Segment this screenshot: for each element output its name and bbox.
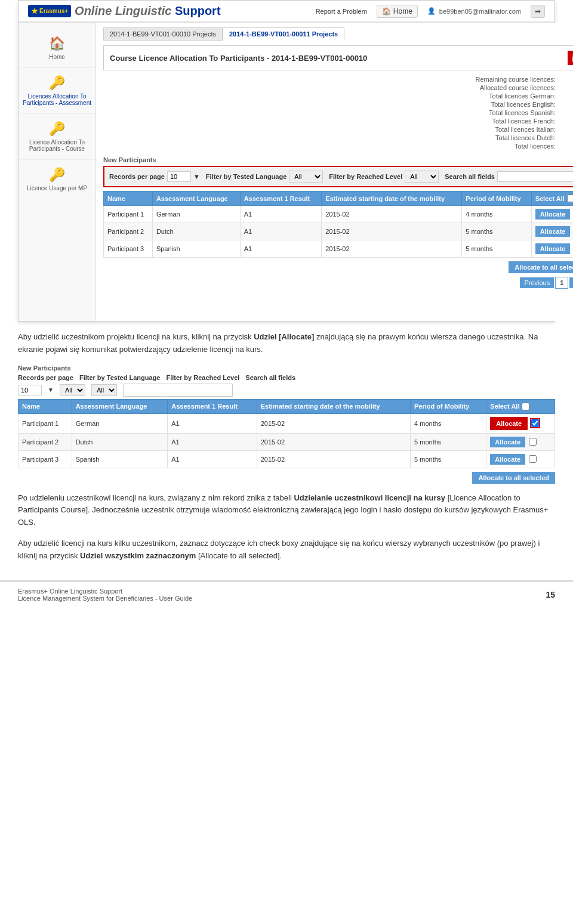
- sidebar-item-home[interactable]: 🏠 Home: [19, 29, 96, 68]
- footer-page-number: 15: [546, 590, 555, 599]
- cell-allocate: Allocate: [531, 206, 573, 223]
- stat-row-1: Allocated course licences: 2: [247, 84, 573, 92]
- bottom-filter-row: Records per page Filter by Tested Langua…: [18, 374, 555, 381]
- allocate-button-2[interactable]: Allocate: [535, 226, 571, 237]
- home-icon: 🏠: [382, 7, 391, 16]
- cell2-period: 5 months: [411, 450, 486, 468]
- bottom-records-dropdown[interactable]: ▼: [48, 387, 54, 393]
- cell2-result: A1: [168, 450, 257, 468]
- col2-period: Period of Mobility: [411, 399, 486, 413]
- allocate-all-button[interactable]: Allocate to all selected: [509, 261, 573, 273]
- stat-row-4: Total licences Spanish: 0: [247, 109, 573, 117]
- search-group: Search all fields: [445, 171, 573, 182]
- stat-row-6: Total licences Italian: 0: [247, 125, 573, 134]
- previous-button[interactable]: Previous: [520, 277, 554, 288]
- cell-result: A1: [240, 206, 322, 223]
- allocate-button-2b[interactable]: Allocate: [490, 437, 525, 447]
- breadcrumb-tab-1[interactable]: 2014-1-BE99-VT001-00010 Projects: [103, 27, 223, 41]
- col2-language: Assessment Language: [72, 399, 168, 413]
- app-header: ★ Erasmus+ Online Linguistic Support Rep…: [19, 1, 554, 23]
- cell2-allocate: Allocate: [486, 450, 555, 468]
- page-title: Course Licence Allocation To Participant…: [110, 54, 367, 63]
- cell2-language: Spanish: [72, 450, 168, 468]
- next-button[interactable]: Next: [569, 277, 573, 288]
- tested-language-label: Filter by Tested Language: [206, 173, 287, 180]
- breadcrumb-tab-2[interactable]: 2014-1-BE99-VT001-00011 Projects: [223, 27, 344, 41]
- cell-name: Participant 3: [104, 240, 153, 258]
- cell2-result: A1: [168, 413, 257, 433]
- table-row: Participant 1 German A1 2015-02 4 months…: [19, 413, 555, 433]
- records-dropdown-icon[interactable]: ▼: [193, 173, 200, 180]
- cell2-allocate: Allocate: [486, 433, 555, 450]
- cell-language: German: [152, 206, 240, 223]
- stat-row-2: Total licences German: 0: [247, 92, 573, 100]
- stat-row-0: Remaining course licences: 19: [247, 75, 573, 84]
- col2-select-all[interactable]: Select All: [486, 399, 555, 413]
- bottom-search-group: Search all fields: [245, 374, 295, 381]
- logout-button[interactable]: ➡: [531, 5, 545, 18]
- row2-checkbox-2[interactable]: [529, 438, 537, 446]
- search-label: Search all fields: [445, 173, 495, 180]
- col-select-all[interactable]: Select All: [531, 191, 573, 206]
- sidebar-item-licences-course[interactable]: 🔑 Licence Allocation To Participants - C…: [19, 114, 96, 160]
- report-problem-link[interactable]: Report a Problem: [316, 8, 367, 15]
- stat-row-7: Total licences Dutch: 0: [247, 134, 573, 142]
- bottom-tested-lang-select[interactable]: All: [60, 384, 85, 396]
- bottom-records-label: Records per page: [18, 374, 73, 381]
- bottom-tested-lang-label: Filter by Tested Language: [79, 374, 161, 381]
- row2-checkbox-1[interactable]: [531, 419, 539, 427]
- cell-date: 2015-02: [322, 223, 462, 240]
- allocate-button-1[interactable]: Allocate: [535, 209, 571, 220]
- sidebar-item-licence-usage[interactable]: 🔑 Licence Usage per MP: [19, 160, 96, 199]
- col-period: Period of Mobility: [462, 191, 531, 206]
- col2-date: Estimated starting date of the mobility: [257, 399, 410, 413]
- allocate-button-3b[interactable]: Allocate: [490, 454, 525, 465]
- cell-period: 5 months: [462, 223, 531, 240]
- key-icon-3: 🔑: [49, 167, 65, 183]
- footer: Erasmus+ Online Linguistic Support Licen…: [0, 582, 573, 608]
- cell-date: 2015-02: [322, 206, 462, 223]
- logout-icon: ➡: [535, 7, 541, 16]
- col2-name: Name: [19, 399, 72, 413]
- reached-level-select[interactable]: All: [405, 171, 439, 183]
- current-page: 1: [555, 277, 568, 289]
- cell-period: 5 months: [462, 240, 531, 258]
- tested-language-select[interactable]: All: [289, 171, 323, 183]
- bottom-reached-level-select[interactable]: All: [91, 384, 117, 396]
- user-icon: 👤: [427, 7, 436, 15]
- app-title: Online Linguistic Support: [75, 4, 220, 18]
- col-name: Name: [104, 191, 153, 206]
- cell-result: A1: [240, 223, 322, 240]
- allocate-all-button-2[interactable]: Allocate to all selected: [472, 472, 555, 484]
- select-all-checkbox[interactable]: [567, 194, 573, 202]
- row2-checkbox-3[interactable]: [529, 455, 537, 463]
- new-participants-label: New Participants: [103, 156, 573, 163]
- cell-allocate: Allocate: [531, 223, 573, 240]
- search-input[interactable]: [497, 171, 573, 182]
- stat-row-5: Total licences French: 1: [247, 117, 573, 125]
- select-all-checkbox-2[interactable]: [522, 403, 529, 410]
- table-row: Participant 1 German A1 2015-02 4 months…: [104, 206, 574, 223]
- footer-text: Erasmus+ Online Linguistic Support Licen…: [18, 588, 192, 602]
- stats-section: Remaining course licences: 19 Allocated …: [247, 75, 573, 150]
- col-language: Assessment Language: [152, 191, 240, 206]
- calendar-button[interactable]: 📅: [568, 51, 573, 65]
- cell-date: 2015-02: [322, 240, 462, 258]
- key-icon: 🔑: [49, 75, 65, 91]
- body-paragraph-2: Po udzieleniu uczestnikowi licencji na k…: [0, 492, 573, 529]
- key-icon-2: 🔑: [49, 121, 65, 137]
- cell-language: Dutch: [152, 223, 240, 240]
- records-per-page-group: Records per page ▼: [109, 171, 200, 182]
- allocate-button-highlighted[interactable]: Allocate: [490, 417, 528, 430]
- stat-row-3: Total licences English: 1: [247, 100, 573, 109]
- records-per-page-input[interactable]: [167, 171, 191, 182]
- sidebar-item-licences-assessment[interactable]: 🔑 Licences Allocation To Participants - …: [19, 68, 96, 114]
- stat-row-8: Total licences: 21: [247, 142, 573, 150]
- bottom-records-input[interactable]: [18, 385, 42, 395]
- cell2-name: Participant 2: [19, 433, 72, 450]
- allocate-button-3[interactable]: Allocate: [535, 243, 571, 254]
- bottom-search-input[interactable]: [123, 384, 233, 397]
- header-nav: Report a Problem 🏠 Home 👤 be99ben05@mail…: [316, 5, 545, 18]
- home-button[interactable]: 🏠 Home: [377, 5, 418, 18]
- bottom-filter-inputs: ▼ All All: [18, 384, 555, 397]
